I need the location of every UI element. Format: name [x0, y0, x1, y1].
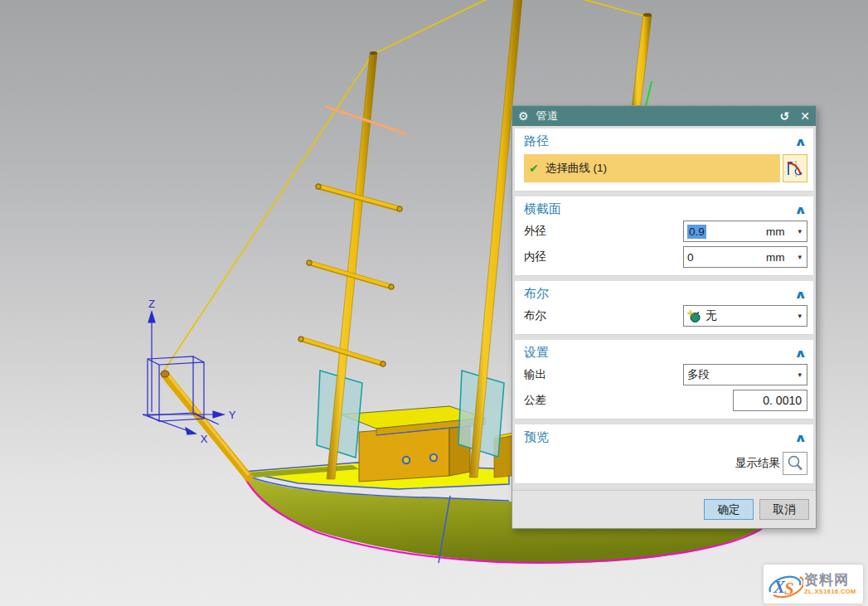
inner-diameter-label: 内径: [524, 250, 683, 264]
xs-logo-icon: X S: [765, 567, 803, 602]
reset-icon[interactable]: ↺: [780, 110, 790, 122]
section-settings: 设置 ∧ 输出 多段 ▾ 公差 0. 0010: [515, 340, 813, 419]
dialog-body: 路径 ∧ ✔ 选择曲线 (1): [512, 126, 816, 490]
gear-icon[interactable]: ⚙: [518, 110, 529, 122]
watermark-url: ZL.XS1616.COM: [804, 589, 856, 595]
mast-crossbars[interactable]: [298, 184, 402, 366]
dialog-title: 管道: [536, 109, 560, 124]
check-icon: ✔: [529, 162, 539, 175]
boolean-value: 无: [706, 308, 798, 323]
cancel-button[interactable]: 取消: [759, 499, 809, 520]
bowsprit[interactable]: [161, 371, 249, 478]
cabin-front: [359, 425, 449, 482]
chevron-down-icon[interactable]: ▾: [798, 312, 802, 320]
output-label: 输出: [524, 367, 683, 382]
select-curve-row[interactable]: ✔ 选择曲线 (1): [524, 154, 780, 182]
magnifier-icon: [786, 454, 804, 473]
chevron-down-icon[interactable]: ▾: [798, 227, 802, 235]
tolerance-field[interactable]: 0. 0010: [733, 390, 807, 411]
outer-diameter-value[interactable]: 0.9: [687, 225, 706, 239]
section-path-label: 路径: [524, 133, 549, 149]
outer-diameter-field[interactable]: 0.9 mm ▾: [683, 221, 807, 242]
dialog-footer: 确定 取消: [512, 490, 816, 528]
chevron-up-icon[interactable]: ∧: [794, 288, 807, 300]
curve-tool-icon: [786, 158, 804, 179]
section-boolean: 布尔 ∧ 布尔 无 ▾: [515, 281, 813, 335]
watermark: X S 资料网 ZL.XS1616.COM: [764, 565, 863, 604]
inner-diameter-field[interactable]: 0 mm ▾: [683, 246, 807, 268]
section-preview-label: 预览: [524, 429, 549, 445]
section-cross-section-label: 横截面: [524, 201, 561, 217]
output-value: 多段: [687, 367, 798, 382]
inner-diameter-value[interactable]: 0: [687, 251, 766, 264]
show-result-button[interactable]: [783, 452, 807, 475]
y-axis-label: Y: [229, 409, 236, 421]
chevron-up-icon[interactable]: ∧: [794, 432, 807, 444]
chevron-down-icon[interactable]: ▾: [798, 253, 802, 261]
inner-diameter-unit: mm: [766, 251, 785, 264]
section-path: 路径 ∧ ✔ 选择曲线 (1): [515, 128, 813, 191]
chevron-down-icon[interactable]: ▾: [798, 371, 802, 379]
x-axis-label: X: [201, 433, 208, 445]
output-dropdown[interactable]: 多段 ▾: [683, 364, 807, 385]
show-result-label: 显示结果: [735, 456, 780, 471]
pipe-dialog: ⚙ 管道 ↺ ✕ 路径 ∧ ✔ 选择曲线 (1): [512, 105, 817, 529]
porthole: [403, 457, 410, 463]
porthole: [430, 454, 437, 461]
z-axis-label: Z: [148, 298, 155, 310]
select-curve-label: 选择曲线 (1): [546, 161, 607, 176]
section-preview: 预览 ∧ 显示结果: [515, 424, 813, 484]
dialog-header[interactable]: ⚙ 管道 ↺ ✕: [512, 106, 816, 126]
curve-tool-button[interactable]: [783, 154, 807, 182]
watermark-site-name: 资料网: [804, 573, 856, 587]
tolerance-value[interactable]: 0. 0010: [763, 394, 802, 407]
outer-diameter-label: 外径: [524, 224, 683, 239]
chevron-up-icon[interactable]: ∧: [794, 204, 807, 216]
close-icon[interactable]: ✕: [800, 110, 810, 122]
wcs-triad[interactable]: Z Y X: [143, 298, 236, 445]
chevron-up-icon[interactable]: ∧: [794, 136, 807, 148]
boolean-row-label: 布尔: [524, 308, 683, 323]
svg-text:S: S: [784, 579, 794, 599]
section-boolean-label: 布尔: [524, 286, 549, 302]
preview-curve-green[interactable]: [646, 81, 652, 106]
section-settings-label: 设置: [524, 345, 549, 361]
x-axis: [143, 415, 187, 430]
chevron-up-icon[interactable]: ∧: [794, 347, 807, 359]
outer-diameter-unit: mm: [766, 225, 785, 238]
boolean-dropdown[interactable]: 无 ▾: [683, 305, 807, 327]
tolerance-label: 公差: [524, 393, 733, 408]
section-cross-section: 横截面 ∧ 外径 0.9 mm ▾ 内径 0 mm ▾: [515, 196, 813, 276]
ok-button[interactable]: 确定: [704, 499, 754, 520]
boolean-none-icon: [687, 309, 701, 323]
